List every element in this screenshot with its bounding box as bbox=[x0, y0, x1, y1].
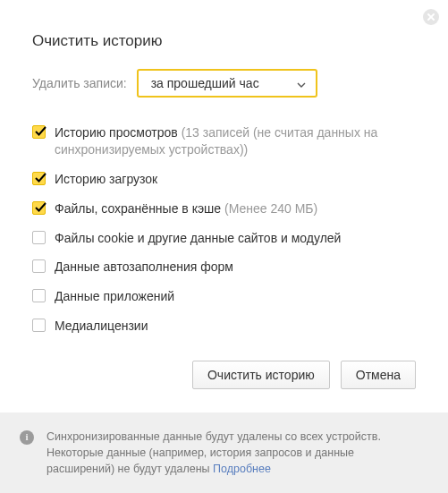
option-checkbox[interactable] bbox=[32, 125, 46, 139]
option-label-text: Данные автозаполнения форм bbox=[55, 259, 233, 274]
option-label-text: Историю просмотров bbox=[55, 125, 178, 140]
option-label[interactable]: Файлы cookie и другие данные сайтов и мо… bbox=[55, 230, 341, 247]
dialog-title: Очистить историю bbox=[32, 32, 416, 50]
option-row: Медиалицензии bbox=[32, 311, 416, 341]
option-checkbox[interactable] bbox=[32, 172, 46, 185]
option-label[interactable]: Медиалицензии bbox=[55, 318, 148, 335]
dialog-buttons: Очистить историю Отмена bbox=[32, 361, 416, 389]
option-label[interactable]: Данные автозаполнения форм bbox=[55, 259, 233, 276]
option-row: Файлы, сохранённые в кэше (Менее 240 МБ) bbox=[32, 194, 416, 224]
footer-note: i Синхронизированные данные будут удален… bbox=[0, 412, 448, 493]
info-icon: i bbox=[20, 430, 34, 445]
option-row: Данные автозаполнения форм bbox=[32, 252, 416, 282]
option-label-text: Медиалицензии bbox=[55, 319, 148, 333]
footer-link[interactable]: Подробнее bbox=[213, 463, 271, 475]
option-label[interactable]: Файлы, сохранённые в кэше (Менее 240 МБ) bbox=[55, 200, 317, 217]
option-row: Данные приложений bbox=[32, 282, 416, 311]
period-select-value: за прошедший час bbox=[151, 76, 259, 90]
footer-text-wrap: Синхронизированные данные будут удалены … bbox=[46, 429, 423, 477]
option-row: Историю просмотров (13 записей (не счита… bbox=[32, 118, 416, 165]
clear-history-dialog: Очистить историю Удалить записи: за прош… bbox=[0, 0, 448, 493]
cancel-button[interactable]: Отмена bbox=[341, 361, 416, 389]
option-label[interactable]: Данные приложений bbox=[55, 288, 174, 305]
option-label-text: Файлы, сохранённые в кэше bbox=[55, 201, 221, 216]
option-checkbox[interactable] bbox=[32, 289, 46, 302]
option-label-text: Историю загрузок bbox=[55, 172, 157, 186]
period-label: Удалить записи: bbox=[32, 76, 127, 90]
option-label[interactable]: Историю просмотров (13 записей (не счита… bbox=[55, 124, 416, 158]
option-checkbox[interactable] bbox=[32, 201, 46, 215]
options-list: Историю просмотров (13 записей (не счита… bbox=[32, 118, 416, 341]
period-row: Удалить записи: за прошедший час bbox=[32, 70, 416, 97]
option-checkbox[interactable] bbox=[32, 259, 46, 273]
option-hint: (Менее 240 МБ) bbox=[224, 201, 317, 216]
clear-button[interactable]: Очистить историю bbox=[192, 361, 330, 389]
option-row: Историю загрузок bbox=[32, 165, 416, 194]
option-label-text: Данные приложений bbox=[55, 289, 174, 303]
option-label-text: Файлы cookie и другие данные сайтов и мо… bbox=[55, 231, 341, 245]
option-checkbox[interactable] bbox=[32, 231, 46, 244]
option-checkbox[interactable] bbox=[32, 319, 46, 332]
option-label[interactable]: Историю загрузок bbox=[55, 171, 157, 188]
close-icon[interactable] bbox=[423, 9, 439, 25]
option-row: Файлы cookie и другие данные сайтов и мо… bbox=[32, 224, 416, 253]
period-select[interactable]: за прошедший час bbox=[138, 70, 317, 97]
